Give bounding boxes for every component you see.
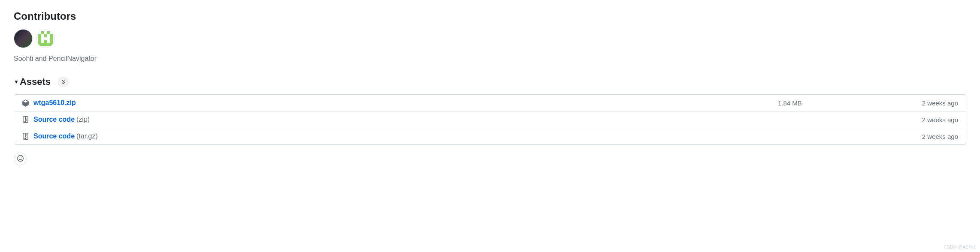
assets-section: ▼ Assets 3 wtga5610.zip 1.84 MB 2 weeks …	[14, 76, 966, 165]
asset-date: 2 weeks ago	[902, 99, 958, 107]
contributor-avatar-link[interactable]	[36, 29, 55, 48]
contributors-names: Soohti and PencilNavigator	[14, 55, 966, 63]
asset-date: 2 weeks ago	[902, 116, 958, 123]
asset-name-group: wtga5610.zip	[33, 99, 774, 107]
asset-format: (zip)	[76, 116, 90, 123]
package-icon	[22, 99, 29, 107]
asset-row: Source code (tar.gz) 2 weeks ago	[14, 128, 966, 144]
file-zip-icon	[22, 116, 29, 123]
asset-name-link[interactable]: Source code	[33, 116, 75, 123]
smiley-icon	[17, 155, 24, 163]
add-reaction-button[interactable]	[14, 153, 27, 165]
svg-point-1	[19, 157, 19, 158]
asset-name-link[interactable]: wtga5610.zip	[33, 99, 76, 107]
contributors-avatar-list	[14, 29, 966, 48]
svg-point-0	[17, 156, 23, 162]
contributors-section: Contributors Soohti and PencilNavigator	[14, 10, 966, 63]
assets-title: ▼ Assets	[14, 76, 51, 87]
asset-size: 1.84 MB	[778, 99, 898, 107]
avatar	[36, 29, 55, 48]
reaction-bar	[14, 153, 966, 165]
file-zip-icon	[22, 133, 29, 140]
asset-name-group: Source code (zip)	[33, 116, 774, 123]
asset-row: wtga5610.zip 1.84 MB 2 weeks ago	[14, 95, 966, 111]
caret-down-icon: ▼	[14, 79, 19, 85]
contributor-avatar-link[interactable]	[14, 29, 33, 48]
asset-name-link[interactable]: Source code	[33, 132, 75, 140]
avatar	[14, 29, 33, 48]
svg-point-2	[21, 157, 21, 158]
asset-date: 2 weeks ago	[902, 133, 958, 140]
assets-toggle[interactable]: ▼ Assets 3	[14, 76, 966, 87]
asset-format: (tar.gz)	[76, 132, 98, 140]
asset-name-group: Source code (tar.gz)	[33, 132, 774, 140]
assets-list: wtga5610.zip 1.84 MB 2 weeks ago Source …	[14, 94, 966, 145]
contributors-title: Contributors	[14, 10, 966, 22]
assets-title-text: Assets	[20, 76, 51, 87]
asset-row: Source code (zip) 2 weeks ago	[14, 111, 966, 128]
assets-count-badge: 3	[57, 77, 69, 87]
